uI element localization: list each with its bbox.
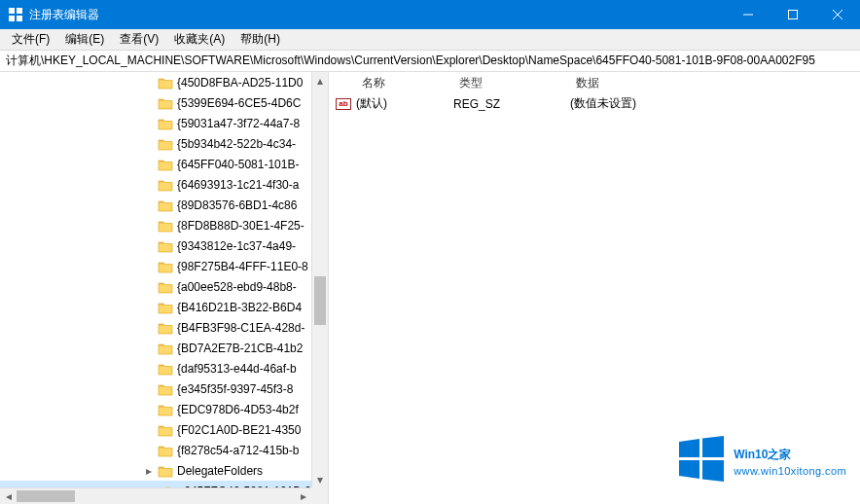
tree-item[interactable]: ▸DelegateFolders: [0, 460, 311, 481]
tree-item-label: {5399E694-6CE5-4D6C: [177, 96, 301, 110]
expand-icon[interactable]: ▸: [142, 464, 156, 478]
folder-icon: [158, 280, 173, 294]
tree-item[interactable]: {e345f35f-9397-45f3-8: [0, 378, 311, 399]
expand-icon[interactable]: [142, 260, 156, 273]
expand-icon[interactable]: [142, 239, 156, 253]
tree-item-label: {f8278c54-a712-415b-b: [177, 444, 299, 457]
tree-item[interactable]: {F02C1A0D-BE21-4350: [0, 419, 311, 440]
folder-icon: [158, 444, 173, 457]
windows-logo-icon: [677, 434, 726, 483]
column-name[interactable]: 名称: [356, 73, 453, 93]
watermark: Win10之家 www.win10xitong.com: [677, 434, 846, 483]
tree-vertical-scrollbar[interactable]: ▴ ▾: [311, 72, 328, 487]
expand-icon[interactable]: [142, 423, 156, 437]
folder-icon: [158, 301, 173, 314]
folder-icon: [158, 158, 173, 171]
column-data[interactable]: 数据: [570, 73, 860, 93]
close-button[interactable]: [815, 0, 860, 29]
tree-item[interactable]: {B416D21B-3B22-B6D4: [0, 297, 311, 317]
menu-bar: 文件(F) 编辑(E) 查看(V) 收藏夹(A) 帮助(H): [0, 29, 860, 51]
tree-item-label: {450D8FBA-AD25-11D0: [177, 76, 303, 90]
address-bar[interactable]: 计算机\HKEY_LOCAL_MACHINE\SOFTWARE\Microsof…: [0, 51, 860, 72]
expand-icon[interactable]: [142, 76, 156, 90]
folder-icon: [158, 178, 173, 192]
tree-item[interactable]: {a00ee528-ebd9-48b8-: [0, 276, 311, 297]
svg-marker-8: [679, 439, 699, 457]
window-title: 注册表编辑器: [29, 7, 726, 23]
app-icon: [8, 7, 23, 22]
folder-icon: [158, 137, 173, 151]
folder-icon: [158, 260, 173, 273]
expand-icon[interactable]: [142, 382, 156, 396]
tree-view[interactable]: {450D8FBA-AD25-11D0{5399E694-6CE5-4D6C{5…: [0, 72, 311, 487]
tree-item[interactable]: {59031a47-3f72-44a7-8: [0, 113, 311, 133]
scrollbar-thumb[interactable]: [17, 490, 75, 502]
expand-icon[interactable]: [142, 444, 156, 457]
tree-item[interactable]: {BD7A2E7B-21CB-41b2: [0, 338, 311, 358]
tree-item[interactable]: {9343812e-1c37-4a49-: [0, 235, 311, 256]
menu-favorites[interactable]: 收藏夹(A): [166, 29, 233, 50]
tree-item-label: {8FD8B88D-30E1-4F25-: [177, 219, 305, 233]
tree-item[interactable]: {5b934b42-522b-4c34-: [0, 133, 311, 154]
svg-rect-0: [9, 8, 15, 14]
list-pane: 名称 类型 数据 ab(默认)REG_SZ(数值未设置) Win10之家 www…: [329, 72, 860, 504]
string-value-icon: ab: [336, 98, 351, 110]
folder-icon: [158, 423, 173, 437]
tree-item-label: {e345f35f-9397-45f3-8: [177, 382, 293, 396]
content-area: {450D8FBA-AD25-11D0{5399E694-6CE5-4D6C{5…: [0, 72, 860, 504]
expand-icon[interactable]: [142, 198, 156, 212]
expand-icon[interactable]: [142, 219, 156, 233]
minimize-button[interactable]: [726, 0, 770, 29]
tree-item[interactable]: {8FD8B88D-30E1-4F25-: [0, 215, 311, 235]
column-type[interactable]: 类型: [453, 73, 570, 93]
tree-item[interactable]: {f8278c54-a712-415b-b: [0, 440, 311, 460]
tree-item[interactable]: {daf95313-e44d-46af-b: [0, 358, 311, 378]
expand-icon[interactable]: [142, 362, 156, 376]
expand-icon[interactable]: [142, 301, 156, 314]
expand-icon[interactable]: [142, 117, 156, 130]
expand-icon[interactable]: [142, 403, 156, 416]
folder-icon: [158, 219, 173, 233]
value-name: (默认): [356, 95, 453, 112]
expand-icon[interactable]: [142, 321, 156, 335]
folder-icon: [158, 403, 173, 416]
list-body[interactable]: ab(默认)REG_SZ(数值未设置): [329, 93, 860, 114]
window-controls: [726, 0, 860, 29]
tree-item[interactable]: {450D8FBA-AD25-11D0: [0, 72, 311, 92]
tree-item[interactable]: {645FF040-5081-101B-: [0, 154, 311, 174]
scroll-up-icon[interactable]: ▴: [312, 72, 328, 89]
expand-icon[interactable]: [142, 178, 156, 192]
folder-icon: [158, 362, 173, 376]
tree-item[interactable]: {98F275B4-4FFF-11E0-8: [0, 256, 311, 276]
menu-file[interactable]: 文件(F): [4, 29, 57, 50]
tree-horizontal-scrollbar[interactable]: ◂ ▸: [0, 487, 311, 504]
list-row[interactable]: ab(默认)REG_SZ(数值未设置): [329, 93, 860, 114]
folder-icon: [158, 239, 173, 253]
scroll-left-icon[interactable]: ◂: [0, 488, 17, 504]
tree-item-label: {B416D21B-3B22-B6D4: [177, 301, 302, 314]
tree-item[interactable]: {64693913-1c21-4f30-a: [0, 174, 311, 195]
maximize-button[interactable]: [770, 0, 815, 29]
tree-item[interactable]: {B4FB3F98-C1EA-428d-: [0, 317, 311, 338]
expand-icon[interactable]: [142, 342, 156, 355]
expand-icon[interactable]: [142, 280, 156, 294]
svg-marker-10: [679, 460, 699, 479]
menu-view[interactable]: 查看(V): [112, 29, 166, 50]
menu-edit[interactable]: 编辑(E): [57, 29, 112, 50]
tree-item[interactable]: {EDC978D6-4D53-4b2f: [0, 399, 311, 419]
expand-icon[interactable]: [142, 137, 156, 151]
menu-help[interactable]: 帮助(H): [233, 29, 288, 50]
expand-icon[interactable]: [142, 158, 156, 171]
tree-item-label: {a00ee528-ebd9-48b8-: [177, 280, 297, 294]
tree-item[interactable]: {5399E694-6CE5-4D6C: [0, 92, 311, 113]
tree-item[interactable]: {89D83576-6BD1-4c86: [0, 195, 311, 215]
title-bar: 注册表编辑器: [0, 0, 860, 29]
svg-rect-5: [789, 11, 798, 19]
scrollbar-thumb[interactable]: [314, 276, 326, 325]
scroll-right-icon[interactable]: ▸: [295, 488, 311, 504]
tree-item-selected[interactable]: 645FFO40-5081-101B-9: [0, 481, 311, 487]
value-type: REG_SZ: [453, 97, 570, 111]
watermark-url: www.win10xitong.com: [734, 465, 846, 478]
expand-icon[interactable]: [142, 96, 156, 110]
scroll-down-icon[interactable]: ▾: [312, 471, 328, 487]
